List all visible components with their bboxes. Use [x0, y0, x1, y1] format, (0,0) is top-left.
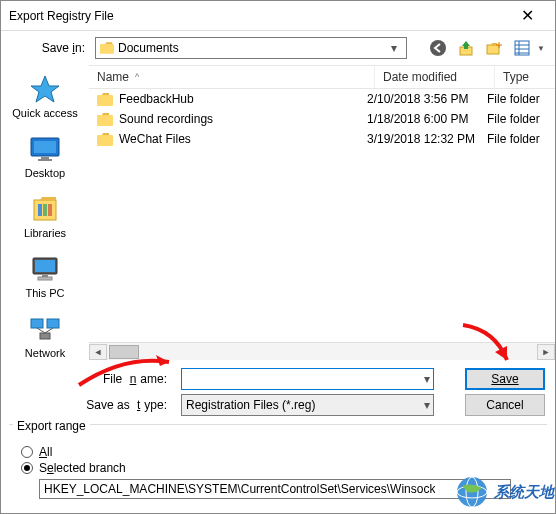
place-label: Quick access [12, 107, 77, 119]
list-item[interactable]: FeedbackHub 2/10/2018 3:56 PM File folde… [89, 89, 555, 109]
svg-rect-28 [97, 95, 113, 106]
svg-rect-16 [38, 204, 42, 216]
svg-rect-23 [31, 319, 43, 328]
cancel-button-label: Cancel [486, 398, 523, 412]
radio-icon [21, 462, 33, 474]
svg-rect-30 [97, 135, 113, 146]
cancel-button[interactable]: Cancel [465, 394, 545, 416]
svg-rect-25 [40, 333, 50, 339]
svg-rect-17 [43, 204, 47, 216]
watermark: 系统天地 [454, 474, 554, 510]
save-button[interactable]: Save [465, 368, 545, 390]
filename-field[interactable] [186, 372, 429, 386]
file-date: 3/19/2018 12:32 PM [367, 132, 487, 146]
filename-input[interactable]: ▾ [181, 368, 434, 390]
watermark-text: 系统天地 [494, 483, 554, 502]
filename-label: File name: [11, 372, 181, 386]
chevron-down-icon: ▾ [386, 41, 402, 55]
svg-rect-13 [41, 157, 49, 159]
file-name: FeedbackHub [119, 92, 194, 106]
save-in-label: Save in: [11, 41, 91, 55]
folder-icon [97, 93, 113, 106]
column-type[interactable]: Type [495, 66, 555, 88]
scroll-left-button[interactable]: ◄ [89, 344, 107, 360]
column-name[interactable]: Name ^ [89, 66, 375, 88]
column-headers: Name ^ Date modified Type [89, 65, 555, 89]
place-label: Libraries [24, 227, 66, 239]
save-as-type-combo[interactable]: Registration Files (*.reg) ▾ [181, 394, 434, 416]
column-type-label: Type [503, 70, 529, 84]
horizontal-scrollbar[interactable]: ◄ ► [89, 342, 555, 360]
file-name: WeChat Files [119, 132, 191, 146]
selected-branch-value: HKEY_LOCAL_MACHINE\SYSTEM\CurrentControl… [44, 482, 435, 496]
dialog-body: Quick access Desktop Libraries This PC [1, 65, 555, 360]
list-item[interactable]: Sound recordings 1/18/2018 6:00 PM File … [89, 109, 555, 129]
libraries-icon [27, 193, 63, 225]
folder-icon [97, 113, 113, 126]
svg-rect-12 [34, 141, 56, 153]
list-item[interactable]: WeChat Files 3/19/2018 12:32 PM File fol… [89, 129, 555, 149]
file-date: 1/18/2018 6:00 PM [367, 112, 487, 126]
file-type: File folder [487, 132, 547, 146]
place-libraries[interactable]: Libraries [5, 193, 85, 239]
window-title: Export Registry File [9, 9, 507, 23]
save-in-value: Documents [118, 41, 386, 55]
file-list-area: Name ^ Date modified Type FeedbackHub 2/… [89, 65, 555, 360]
column-date[interactable]: Date modified [375, 66, 495, 88]
inputs-area: File name: ▾ Save Save as type: Registra… [1, 360, 555, 420]
save-in-combo[interactable]: Documents ▾ [95, 37, 407, 59]
desktop-icon [27, 133, 63, 165]
file-list[interactable]: FeedbackHub 2/10/2018 3:56 PM File folde… [89, 89, 555, 342]
folder-icon [97, 133, 113, 146]
place-label: This PC [25, 287, 64, 299]
network-icon [27, 313, 63, 345]
svg-rect-20 [35, 260, 55, 272]
scroll-thumb[interactable] [109, 345, 139, 359]
this-pc-icon [27, 253, 63, 285]
radio-all[interactable]: All [21, 445, 543, 459]
back-button[interactable] [427, 37, 449, 59]
svg-rect-3 [487, 45, 499, 54]
view-menu-button[interactable] [511, 37, 533, 59]
file-type: File folder [487, 112, 547, 126]
svg-rect-29 [97, 115, 113, 126]
svg-point-1 [430, 40, 446, 56]
export-range-legend: Export range [13, 419, 90, 433]
globe-icon [454, 474, 490, 510]
svg-rect-18 [48, 204, 52, 216]
place-quick-access[interactable]: Quick access [5, 73, 85, 119]
svg-rect-14 [38, 159, 52, 161]
column-name-label: Name [97, 70, 129, 84]
svg-rect-22 [38, 277, 52, 280]
place-label: Desktop [25, 167, 65, 179]
new-folder-button[interactable] [483, 37, 505, 59]
export-registry-dialog: Export Registry File ✕ Save in: Document… [0, 0, 556, 514]
file-name: Sound recordings [119, 112, 213, 126]
radio-all-label: All [39, 445, 52, 459]
close-button[interactable]: ✕ [507, 6, 547, 25]
file-type: File folder [487, 92, 547, 106]
radio-selected-branch[interactable]: Selected branch [21, 461, 543, 475]
place-desktop[interactable]: Desktop [5, 133, 85, 179]
places-bar: Quick access Desktop Libraries This PC [1, 65, 89, 360]
chevron-down-icon: ▾ [424, 398, 430, 412]
svg-rect-0 [100, 44, 114, 54]
scroll-right-button[interactable]: ► [537, 344, 555, 360]
place-network[interactable]: Network [5, 313, 85, 359]
sort-indicator-icon: ^ [135, 72, 139, 82]
selected-branch-input[interactable]: HKEY_LOCAL_MACHINE\SYSTEM\CurrentControl… [39, 479, 511, 499]
up-one-level-button[interactable] [455, 37, 477, 59]
save-as-type-label: Save as type: [11, 398, 181, 412]
scroll-track[interactable] [107, 344, 537, 360]
place-this-pc[interactable]: This PC [5, 253, 85, 299]
chevron-down-icon[interactable]: ▾ [424, 372, 430, 386]
place-label: Network [25, 347, 65, 359]
svg-rect-24 [47, 319, 59, 328]
quick-access-icon [27, 73, 63, 105]
view-menu-dropdown[interactable]: ▼ [537, 44, 545, 53]
radio-selected-label: Selected branch [39, 461, 126, 475]
save-as-type-value: Registration Files (*.reg) [186, 398, 315, 412]
titlebar: Export Registry File ✕ [1, 1, 555, 31]
save-in-row: Save in: Documents ▾ ▼ [1, 31, 555, 65]
radio-icon [21, 446, 33, 458]
